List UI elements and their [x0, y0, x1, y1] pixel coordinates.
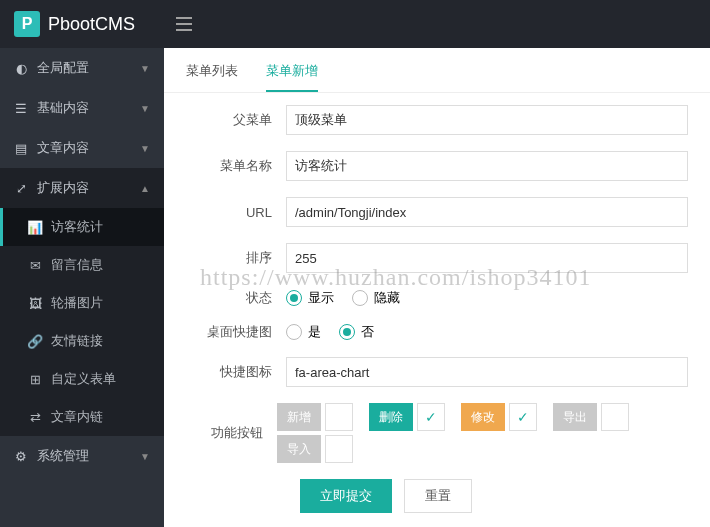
sidebar-group[interactable]: ◐全局配置▼	[0, 48, 164, 88]
row-name: 菜单名称	[186, 151, 688, 181]
sub-item-label: 留言信息	[51, 256, 103, 274]
tab[interactable]: 菜单新增	[266, 62, 318, 92]
url-input[interactable]	[286, 197, 688, 227]
sort-input[interactable]	[286, 243, 688, 273]
group-label: 基础内容	[37, 99, 89, 117]
brand-name: PbootCMS	[48, 14, 135, 35]
sub-item-icon: 🔗	[28, 334, 42, 349]
radio-icon	[339, 324, 355, 340]
func-toggle-button[interactable]: 修改	[461, 403, 505, 431]
top-header: P PbootCMS	[0, 0, 710, 48]
sub-item-label: 轮播图片	[51, 294, 103, 312]
menu-form: 父菜单 菜单名称 URL 排序 状态 显示隐藏 桌面快捷图 是否 快捷图标	[164, 93, 710, 513]
submit-row: 立即提交 重置	[300, 479, 688, 513]
label-sort: 排序	[186, 249, 286, 267]
radio-option[interactable]: 隐藏	[352, 289, 400, 307]
sub-item-icon: ⊞	[28, 372, 42, 387]
sidebar-sub-item[interactable]: ⇄文章内链	[0, 398, 164, 436]
label-parent: 父菜单	[186, 111, 286, 129]
label-icon: 快捷图标	[186, 363, 286, 381]
logo-area: P PbootCMS	[0, 11, 164, 37]
group-label: 文章内容	[37, 139, 89, 157]
func-checkbox[interactable]: ✓	[417, 403, 445, 431]
radio-label: 否	[361, 323, 374, 341]
radio-option[interactable]: 显示	[286, 289, 334, 307]
func-checkbox[interactable]: ✓	[509, 403, 537, 431]
group-label: 系统管理	[37, 447, 89, 465]
sub-item-icon: 🖼	[28, 296, 42, 311]
row-url: URL	[186, 197, 688, 227]
row-funcbtn: 功能按钮 新增删除✓修改✓导出导入	[186, 403, 688, 463]
radio-option[interactable]: 否	[339, 323, 374, 341]
radio-icon	[286, 290, 302, 306]
main-content: 菜单列表菜单新增 父菜单 菜单名称 URL 排序 状态 显示隐藏 桌面快捷图 是…	[164, 48, 710, 527]
func-toggle-button[interactable]: 导入	[277, 435, 321, 463]
func-checkbox[interactable]	[601, 403, 629, 431]
caret-icon: ▼	[140, 103, 150, 114]
row-desktop: 桌面快捷图 是否	[186, 323, 688, 341]
sidebar-group[interactable]: ⤢扩展内容▲	[0, 168, 164, 208]
group-icon: ◐	[14, 61, 28, 76]
row-parent: 父菜单	[186, 105, 688, 135]
menu-icon	[176, 17, 192, 31]
sub-item-label: 文章内链	[51, 408, 103, 426]
radio-option[interactable]: 是	[286, 323, 321, 341]
sidebar-sub-item[interactable]: 🖼轮播图片	[0, 284, 164, 322]
func-checkbox[interactable]	[325, 403, 353, 431]
sub-item-label: 友情链接	[51, 332, 103, 350]
func-toggle-button[interactable]: 导出	[553, 403, 597, 431]
row-sort: 排序	[186, 243, 688, 273]
sidebar-submenu: 📊访客统计✉留言信息🖼轮播图片🔗友情链接⊞自定义表单⇄文章内链	[0, 208, 164, 436]
sidebar-sub-item[interactable]: 🔗友情链接	[0, 322, 164, 360]
radio-icon	[352, 290, 368, 306]
sidebar-sub-item[interactable]: ✉留言信息	[0, 246, 164, 284]
caret-icon: ▼	[140, 63, 150, 74]
sidebar: ◐全局配置▼☰基础内容▼▤文章内容▼⤢扩展内容▲📊访客统计✉留言信息🖼轮播图片🔗…	[0, 48, 164, 527]
sidebar-group[interactable]: ⚙系统管理▼	[0, 436, 164, 476]
label-funcbtn: 功能按钮	[186, 424, 277, 442]
row-icon: 快捷图标	[186, 357, 688, 387]
caret-icon: ▲	[140, 183, 150, 194]
sub-item-label: 自定义表单	[51, 370, 116, 388]
logo-icon: P	[14, 11, 40, 37]
group-label: 扩展内容	[37, 179, 89, 197]
group-icon: ⚙	[14, 449, 28, 464]
func-toggle-button[interactable]: 新增	[277, 403, 321, 431]
sidebar-group[interactable]: ☰基础内容▼	[0, 88, 164, 128]
sidebar-group[interactable]: ▤文章内容▼	[0, 128, 164, 168]
label-status: 状态	[186, 289, 286, 307]
tab[interactable]: 菜单列表	[186, 62, 238, 92]
submit-button[interactable]: 立即提交	[300, 479, 392, 513]
radio-icon	[286, 324, 302, 340]
label-desktop: 桌面快捷图	[186, 323, 286, 341]
group-icon: ⤢	[14, 181, 28, 196]
sidebar-sub-item[interactable]: ⊞自定义表单	[0, 360, 164, 398]
sub-item-icon: ⇄	[28, 410, 42, 425]
menu-name-input[interactable]	[286, 151, 688, 181]
reset-button[interactable]: 重置	[404, 479, 472, 513]
label-name: 菜单名称	[186, 157, 286, 175]
status-radio-group: 显示隐藏	[286, 289, 400, 307]
sub-item-icon: 📊	[28, 220, 42, 235]
caret-icon: ▼	[140, 143, 150, 154]
radio-label: 隐藏	[374, 289, 400, 307]
sidebar-toggle-button[interactable]	[164, 0, 204, 48]
label-url: URL	[186, 205, 286, 220]
tab-bar: 菜单列表菜单新增	[164, 48, 710, 93]
sidebar-sub-item[interactable]: 📊访客统计	[0, 208, 164, 246]
caret-icon: ▼	[140, 451, 150, 462]
funcbtn-group: 新增删除✓修改✓导出导入	[277, 403, 688, 463]
group-icon: ▤	[14, 141, 28, 156]
row-status: 状态 显示隐藏	[186, 289, 688, 307]
sub-item-label: 访客统计	[51, 218, 103, 236]
group-label: 全局配置	[37, 59, 89, 77]
func-checkbox[interactable]	[325, 435, 353, 463]
radio-label: 是	[308, 323, 321, 341]
sub-item-icon: ✉	[28, 258, 42, 273]
radio-label: 显示	[308, 289, 334, 307]
parent-menu-input[interactable]	[286, 105, 688, 135]
group-icon: ☰	[14, 101, 28, 116]
shortcut-icon-input[interactable]	[286, 357, 688, 387]
func-toggle-button[interactable]: 删除	[369, 403, 413, 431]
desktop-radio-group: 是否	[286, 323, 374, 341]
